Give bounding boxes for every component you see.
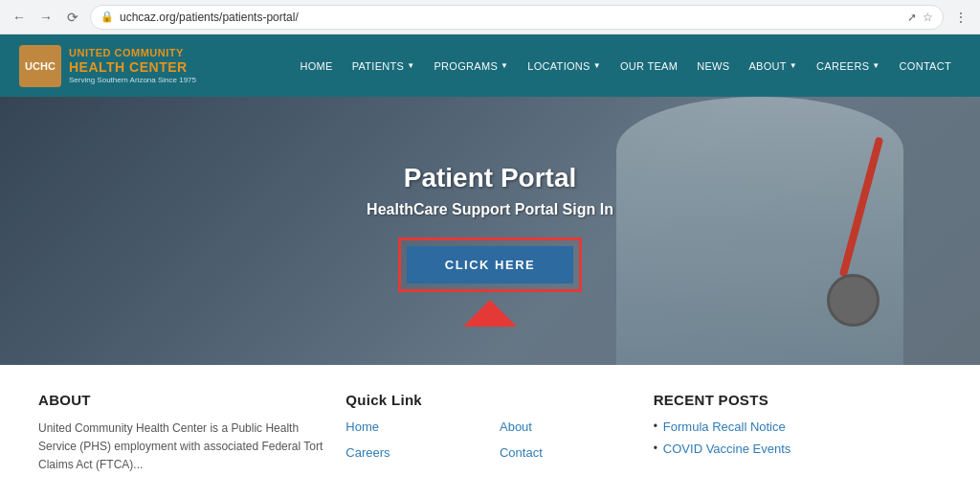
footer-about-text: United Community Health Center is a Publ… bbox=[38, 420, 326, 475]
footer-about-col: ABOUT United Community Health Center is … bbox=[38, 392, 326, 475]
footer-quick-links-heading: Quick Link bbox=[345, 392, 634, 408]
footer-about-heading: ABOUT bbox=[38, 392, 326, 408]
recent-post-formula-label: Formula Recall Notice bbox=[663, 420, 786, 434]
logo-subtitle: HEALTH CENTER bbox=[69, 59, 196, 76]
nav-about[interactable]: ABOUT ▼ bbox=[739, 34, 807, 97]
cta-wrapper: CLICK HERE bbox=[367, 238, 613, 300]
bullet-icon-1: • bbox=[654, 420, 657, 433]
bullet-icon-2: • bbox=[654, 442, 657, 455]
nav-our-team[interactable]: OUR TEAM bbox=[611, 34, 687, 97]
logo-title: UNITED COMMUNITY bbox=[69, 47, 196, 59]
footer-section: ABOUT United Community Health Center is … bbox=[0, 365, 980, 494]
nav-news-label: NEWS bbox=[697, 60, 729, 72]
hero-title: Patient Portal bbox=[367, 163, 613, 193]
footer-recent-posts-col: RECENT POSTS • Formula Recall Notice • C… bbox=[654, 392, 942, 475]
forward-button[interactable]: → bbox=[34, 6, 57, 29]
hero-section: Patient Portal HealthCare Support Portal… bbox=[0, 97, 980, 365]
share-icon: ➚ bbox=[907, 11, 917, 24]
footer-link-careers[interactable]: Careers bbox=[345, 445, 480, 460]
logo-icon: UCHC bbox=[19, 45, 61, 87]
footer-quick-links-col: Quick Link Home About Careers Contact bbox=[345, 392, 634, 475]
about-chevron-icon: ▼ bbox=[790, 61, 797, 70]
nav-careers[interactable]: CAREERS ▼ bbox=[807, 34, 890, 97]
nav-locations-label: LOCATIONS bbox=[527, 60, 590, 72]
hero-content: Patient Portal HealthCare Support Portal… bbox=[367, 163, 613, 300]
address-bar[interactable]: 🔒 uchcaz.org/patients/patients-portal/ ➚… bbox=[90, 5, 944, 30]
main-nav: HOME PATIENTS ▼ PROGRAMS ▼ LOCATIONS ▼ O… bbox=[291, 34, 962, 97]
recent-post-covid-label: COVID Vaccine Events bbox=[663, 442, 791, 456]
nav-programs[interactable]: PROGRAMS ▼ bbox=[424, 34, 518, 97]
careers-chevron-icon: ▼ bbox=[872, 61, 880, 70]
logo-text-block: UNITED COMMUNITY HEALTH CENTER Serving S… bbox=[69, 47, 196, 85]
patients-chevron-icon: ▼ bbox=[407, 61, 414, 70]
click-here-button[interactable]: CLICK HERE bbox=[407, 246, 573, 284]
footer-link-home[interactable]: Home bbox=[345, 420, 480, 434]
site-header: UCHC UNITED COMMUNITY HEALTH CENTER Serv… bbox=[0, 34, 980, 97]
recent-post-covid[interactable]: • COVID Vaccine Events bbox=[654, 442, 942, 456]
nav-locations[interactable]: LOCATIONS ▼ bbox=[518, 34, 611, 97]
locations-chevron-icon: ▼ bbox=[593, 61, 601, 70]
nav-our-team-label: OUR TEAM bbox=[620, 60, 678, 72]
footer-recent-posts-heading: RECENT POSTS bbox=[654, 392, 942, 408]
stethoscope-head bbox=[827, 274, 880, 327]
nav-patients-label: PATIENTS bbox=[352, 60, 405, 72]
browser-actions: ⋮ bbox=[949, 6, 972, 29]
browser-chrome: ← → ⟳ 🔒 uchcaz.org/patients/patients-por… bbox=[0, 0, 980, 34]
footer-links-grid: Home About Careers Contact bbox=[345, 420, 634, 467]
logo-tagline: Serving Southern Arizona Since 1975 bbox=[69, 76, 196, 85]
nav-careers-label: CAREERS bbox=[816, 60, 869, 72]
programs-chevron-icon: ▼ bbox=[501, 61, 508, 70]
footer-link-contact[interactable]: Contact bbox=[500, 445, 635, 460]
reload-button[interactable]: ⟳ bbox=[61, 6, 84, 29]
nav-patients[interactable]: PATIENTS ▼ bbox=[343, 34, 425, 97]
lock-icon: 🔒 bbox=[100, 11, 114, 23]
logo-area[interactable]: UCHC UNITED COMMUNITY HEALTH CENTER Serv… bbox=[19, 45, 211, 87]
arrow-up-triangle bbox=[463, 300, 517, 327]
nav-programs-label: PROGRAMS bbox=[434, 60, 498, 72]
red-highlight-box: CLICK HERE bbox=[398, 238, 582, 292]
logo-abbr: UCHC bbox=[25, 60, 56, 72]
menu-button[interactable]: ⋮ bbox=[949, 6, 972, 29]
nav-home-label: HOME bbox=[301, 60, 333, 72]
recent-post-formula[interactable]: • Formula Recall Notice bbox=[654, 420, 942, 434]
nav-contact[interactable]: CONTACT bbox=[890, 34, 961, 97]
nav-home[interactable]: HOME bbox=[291, 34, 343, 97]
back-button[interactable]: ← bbox=[8, 6, 31, 29]
hero-subtitle: HealthCare Support Portal Sign In bbox=[367, 201, 613, 218]
bookmark-icon: ☆ bbox=[923, 11, 933, 24]
url-text: uchcaz.org/patients/patients-portal/ bbox=[120, 11, 902, 24]
nav-about-label: ABOUT bbox=[748, 60, 786, 72]
page-content: UCHC UNITED COMMUNITY HEALTH CENTER Serv… bbox=[0, 34, 980, 499]
footer-link-about[interactable]: About bbox=[500, 420, 635, 434]
browser-nav-buttons: ← → ⟳ bbox=[8, 6, 84, 29]
nav-news[interactable]: NEWS bbox=[687, 34, 739, 97]
nav-contact-label: CONTACT bbox=[900, 60, 951, 72]
